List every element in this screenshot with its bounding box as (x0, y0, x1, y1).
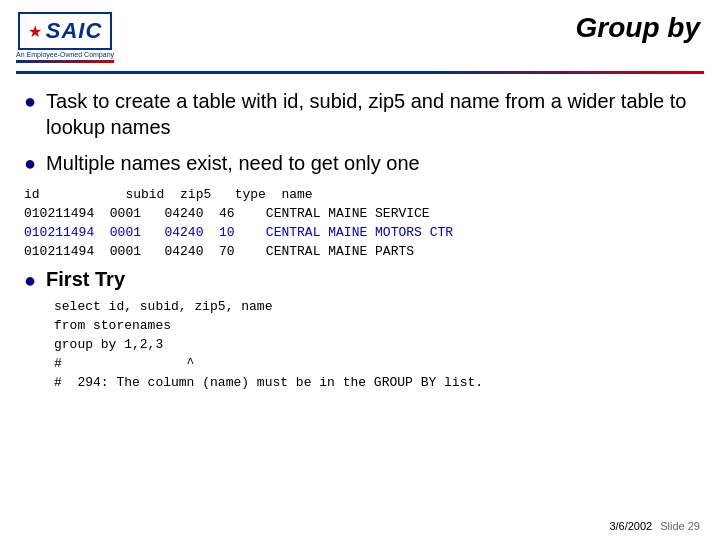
table-header-row: id subid zip5 type name (24, 186, 696, 205)
title-area: Group by (576, 12, 700, 44)
code-line-4: # ^ (54, 355, 696, 374)
bullet-icon-2: ● (24, 152, 36, 175)
code-table: id subid zip5 type name 010211494 0001 0… (24, 186, 696, 261)
first-try-bullet: ● First Try (24, 267, 696, 292)
bullet-icon-first-try: ● (24, 269, 36, 292)
logo-subtitle: An Employee-Owned Company (16, 51, 114, 58)
logo-box: ★ SAIC (18, 12, 113, 50)
footer-date: 3/6/2002 (609, 520, 652, 532)
bullet-icon-1: ● (24, 90, 36, 113)
table-row-1: 010211494 0001 04240 46 CENTRAL MAINE SE… (24, 205, 696, 224)
code-line-1: select id, subid, zip5, name (54, 298, 696, 317)
bullet-item-1: ● Task to create a table with id, subid,… (24, 88, 696, 140)
logo-area: ★ SAIC An Employee-Owned Company (16, 12, 114, 63)
slide-title: Group by (576, 12, 700, 43)
logo-underline (16, 60, 114, 63)
logo-text: SAIC (46, 18, 103, 44)
bullet-item-2: ● Multiple names exist, need to get only… (24, 150, 696, 176)
first-try-label: First Try (46, 268, 125, 291)
main-content: ● Task to create a table with id, subid,… (0, 74, 720, 393)
footer: 3/6/2002 Slide 29 (609, 520, 700, 532)
code-line-2: from storenames (54, 317, 696, 336)
code-line-3: group by 1,2,3 (54, 336, 696, 355)
header: ★ SAIC An Employee-Owned Company Group b… (0, 0, 720, 63)
table-row-3: 010211494 0001 04240 70 CENTRAL MAINE PA… (24, 243, 696, 262)
table-row-2: 010211494 0001 04240 10 CENTRAL MAINE MO… (24, 224, 696, 243)
bullet-text-1: Task to create a table with id, subid, z… (46, 88, 696, 140)
code-block: select id, subid, zip5, name from storen… (54, 298, 696, 392)
logo-star-icon: ★ (28, 22, 42, 41)
code-line-5: # 294: The column (name) must be in the … (54, 374, 696, 393)
bullet-text-2: Multiple names exist, need to get only o… (46, 150, 420, 176)
footer-slide: Slide 29 (660, 520, 700, 532)
